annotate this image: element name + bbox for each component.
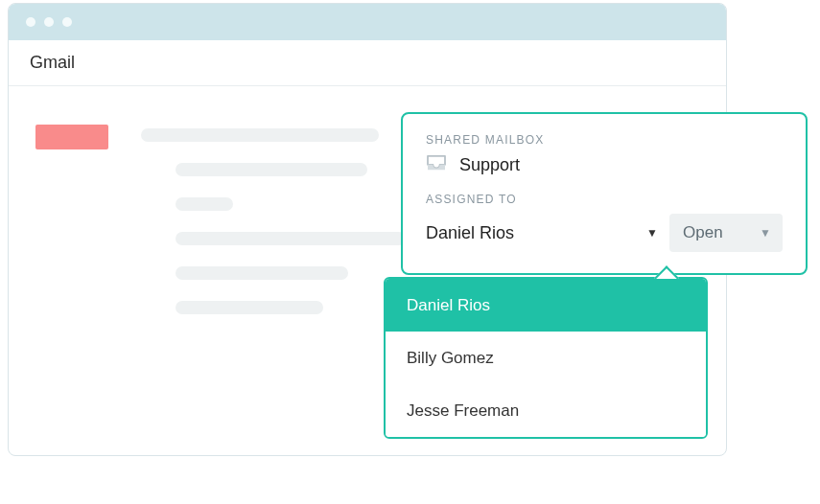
window-control-dot[interactable] [62, 17, 72, 27]
app-title: Gmail [30, 53, 75, 73]
assignee-option-label: Jesse Freeman [407, 401, 519, 421]
mailbox-name: Support [459, 155, 520, 175]
assign-row: Daniel Rios ▼ Open ▼ [426, 214, 783, 252]
window-control-dot[interactable] [44, 17, 54, 27]
placeholder-line [176, 266, 348, 280]
caret-down-icon: ▼ [760, 226, 771, 240]
assignee-dropdown-trigger[interactable]: Daniel Rios ▼ [426, 216, 658, 250]
assignee-dropdown-menu: Daniel Rios Billy Gomez Jesse Freeman [384, 277, 708, 439]
label-chip [35, 125, 108, 149]
mailbox-section-label: SHARED MAILBOX [426, 133, 783, 147]
assignee-option[interactable]: Jesse Freeman [386, 384, 706, 437]
assignee-option-label: Daniel Rios [407, 296, 490, 315]
window-control-dot[interactable] [26, 17, 35, 27]
placeholder-line [176, 232, 406, 245]
assigned-section-label: ASSIGNED TO [426, 193, 783, 206]
placeholder-line [141, 128, 379, 142]
window-titlebar [9, 4, 726, 40]
status-selected-value: Open [683, 223, 723, 242]
shared-mailbox-panel: SHARED MAILBOX Support ASSIGNED TO Danie… [401, 112, 808, 275]
placeholder-line [176, 301, 323, 314]
caret-down-icon: ▼ [646, 226, 658, 240]
status-dropdown-trigger[interactable]: Open ▼ [669, 214, 783, 252]
placeholder-line [176, 197, 233, 211]
assignee-option-label: Billy Gomez [407, 349, 494, 368]
app-header: Gmail [9, 40, 726, 86]
placeholder-line [176, 163, 367, 176]
assignee-option[interactable]: Billy Gomez [386, 332, 706, 384]
mailbox-row: Support [426, 154, 783, 175]
assignee-option[interactable]: Daniel Rios [386, 279, 706, 332]
inbox-icon [426, 154, 447, 175]
assignee-selected-value: Daniel Rios [426, 223, 514, 243]
